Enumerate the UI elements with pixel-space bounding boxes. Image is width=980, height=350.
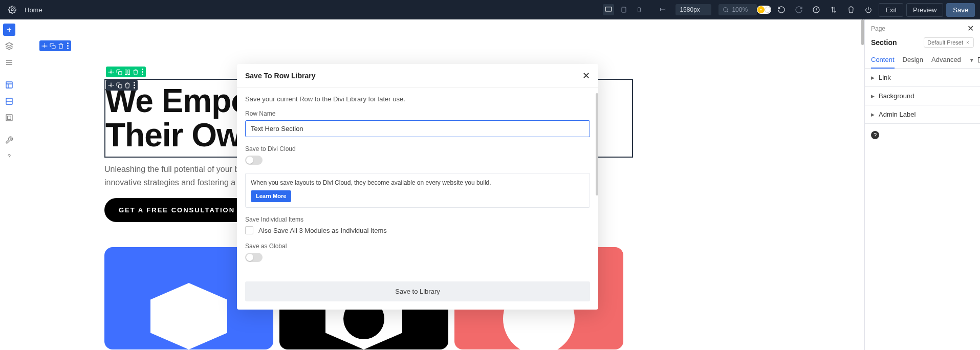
learn-more-button[interactable]: Learn More — [251, 190, 291, 202]
chevron-down-icon[interactable]: ▼ — [969, 57, 974, 63]
gear-icon[interactable] — [5, 3, 19, 17]
cloud-info-text: When you save layouts to Divi Cloud, the… — [251, 179, 491, 186]
settings-panel: Page ✕ Section Default Preset Content De… — [864, 19, 980, 350]
theme-knob — [765, 7, 771, 13]
chevron-right-icon: ▶ — [871, 112, 875, 117]
sun-icon — [757, 6, 765, 13]
insert-row-icon[interactable] — [3, 95, 15, 107]
sort-icon[interactable] — [826, 3, 841, 17]
toggle-knob — [246, 157, 253, 164]
desktop-view-icon[interactable] — [603, 4, 614, 15]
section-controls[interactable] — [39, 40, 71, 51]
section-settings-icon[interactable] — [40, 42, 49, 50]
cloud-info-box: When you save layouts to Divi Cloud, the… — [245, 173, 590, 208]
section-duplicate-icon[interactable] — [49, 42, 57, 50]
history-icon[interactable] — [809, 3, 823, 17]
redo-icon[interactable] — [792, 3, 806, 17]
svg-point-4 — [724, 8, 728, 12]
section-delete-icon[interactable] — [57, 42, 65, 50]
svg-rect-3 — [638, 8, 641, 12]
preset-dropdown[interactable]: Default Preset — [924, 37, 974, 48]
module-controls[interactable] — [106, 80, 138, 91]
module-delete-icon[interactable] — [123, 81, 132, 90]
save-library-modal: Save To Row Library ✕ Save your current … — [237, 64, 598, 310]
preview-button[interactable]: Preview — [906, 3, 943, 17]
module-duplicate-icon[interactable] — [115, 81, 123, 90]
close-icon[interactable]: ✕ — [582, 70, 590, 81]
row-delete-icon[interactable] — [132, 68, 140, 76]
row-settings-icon[interactable] — [107, 68, 115, 76]
svg-point-5 — [760, 9, 762, 11]
add-icon[interactable] — [3, 24, 15, 36]
undo-icon[interactable] — [774, 3, 789, 17]
row-duplicate-icon[interactable] — [115, 68, 123, 76]
individual-checkbox[interactable] — [245, 226, 253, 234]
save-to-library-button[interactable]: Save to Library — [245, 281, 590, 301]
tab-design[interactable]: Design — [903, 52, 923, 68]
panel-help-icon[interactable]: ? — [871, 131, 879, 139]
svg-rect-10 — [8, 116, 11, 120]
trash-icon[interactable] — [844, 3, 858, 17]
svg-rect-7 — [6, 82, 12, 88]
exit-button[interactable]: Exit — [879, 3, 903, 17]
svg-rect-15 — [125, 70, 127, 74]
row-more-icon[interactable] — [140, 68, 145, 76]
individual-checkbox-label: Also Save All 3 Modules as Individual It… — [258, 227, 387, 234]
canvas-scrollbar[interactable] — [861, 19, 864, 45]
svg-rect-18 — [119, 84, 122, 88]
chevron-right-icon: ▶ — [871, 94, 875, 99]
theme-toggle[interactable] — [757, 6, 771, 14]
panel-title: Section — [871, 38, 897, 47]
module-settings-icon[interactable] — [107, 81, 115, 90]
row-name-label: Row Name — [245, 110, 590, 117]
accordion-admin-label-label: Admin Label — [879, 111, 916, 118]
section-more-icon[interactable] — [65, 41, 70, 50]
panel-close-icon[interactable]: ✕ — [967, 24, 974, 33]
cloud-label: Save to Divi Cloud — [245, 145, 590, 152]
svg-rect-2 — [622, 7, 626, 12]
global-label: Save as Global — [245, 243, 590, 250]
viewport-size-input[interactable] — [676, 4, 711, 15]
tablet-view-icon[interactable] — [618, 4, 629, 15]
svg-rect-16 — [128, 70, 130, 74]
wireframe-icon[interactable] — [3, 79, 15, 91]
cta-button[interactable]: GET A FREE CONSULTATION — [104, 198, 249, 222]
row-controls[interactable] — [106, 67, 146, 77]
hexagon-shape — [150, 283, 227, 349]
cloud-toggle[interactable] — [245, 156, 263, 165]
left-sidebar — [0, 19, 18, 350]
svg-rect-14 — [119, 71, 122, 75]
accordion-background-label: Background — [879, 92, 914, 100]
top-bar: Home 100% Exit — [0, 0, 980, 19]
svg-rect-19 — [978, 58, 980, 62]
zoom-input-wrap[interactable]: 100% — [718, 4, 757, 15]
accordion-background[interactable]: ▶Background — [865, 87, 980, 105]
wrench-icon[interactable] — [3, 134, 15, 146]
width-expand-icon[interactable] — [657, 4, 668, 15]
layers-icon[interactable] — [3, 40, 15, 52]
toggle-knob — [246, 254, 253, 261]
tab-advanced[interactable]: Advanced — [931, 52, 961, 68]
list-icon[interactable] — [3, 56, 15, 69]
svg-rect-9 — [6, 115, 12, 121]
module-more-icon[interactable] — [132, 81, 137, 90]
row-columns-icon[interactable] — [123, 68, 132, 76]
help-question-icon[interactable] — [3, 150, 15, 163]
modal-description: Save your current Row to the Divi Librar… — [245, 95, 590, 103]
accordion-link[interactable]: ▶Link — [865, 69, 980, 86]
global-toggle[interactable] — [245, 253, 263, 262]
preset-label: Default Preset — [927, 39, 963, 46]
row-name-input[interactable] — [245, 120, 590, 137]
accordion-admin-label[interactable]: ▶Admin Label — [865, 105, 980, 123]
home-link[interactable]: Home — [25, 6, 42, 14]
library-icon[interactable] — [3, 112, 15, 124]
panel-breadcrumb: Page — [871, 25, 885, 32]
svg-rect-12 — [52, 45, 56, 49]
tab-content[interactable]: Content — [871, 52, 895, 69]
modal-title: Save To Row Library — [245, 72, 315, 80]
save-button[interactable]: Save — [946, 3, 975, 17]
expand-icon[interactable] — [977, 57, 980, 63]
modal-scrollbar[interactable] — [596, 93, 598, 195]
power-icon[interactable] — [861, 3, 876, 17]
mobile-view-icon[interactable] — [634, 4, 645, 15]
